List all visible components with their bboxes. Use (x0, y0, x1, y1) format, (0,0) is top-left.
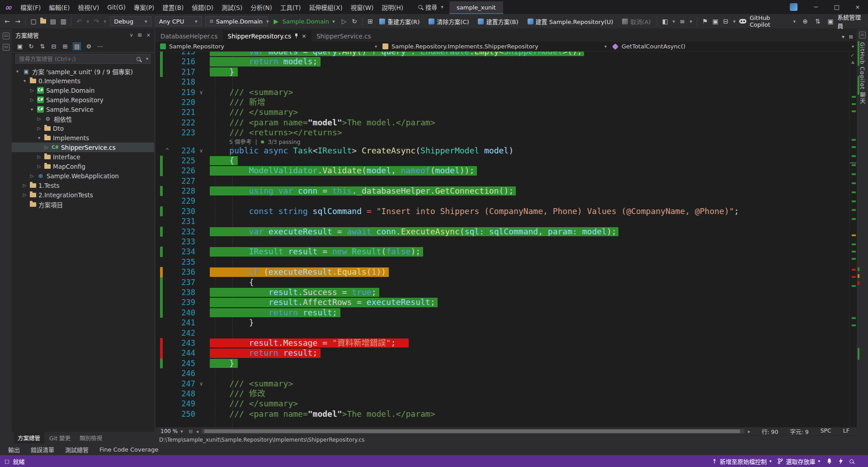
bottom-panel-tab-1[interactable]: 錯誤清單 (26, 445, 59, 454)
titlebar-search[interactable]: 搜尋 ▾ (414, 0, 448, 14)
code-line-240[interactable]: 240 return result; (156, 308, 849, 318)
chevron-down-icon[interactable]: ▾ (146, 56, 148, 61)
lightning-icon[interactable] (839, 458, 843, 464)
sync-with-active-document-icon[interactable]: ⇅ (39, 43, 46, 49)
menu-item-5[interactable]: 建置(B) (158, 0, 188, 14)
code-line-221[interactable]: 221 /// </summary> (156, 107, 849, 117)
code-line-223[interactable]: 223 /// <returns></returns> (156, 128, 849, 138)
tree-expander-icon[interactable]: ▷ (29, 173, 35, 178)
vertical-scrollbar[interactable]: ✓ ▲ (849, 52, 857, 427)
indentation-indicator[interactable]: SPC (821, 427, 831, 436)
notifications-icon[interactable] (859, 32, 866, 38)
code-line-219[interactable]: 219∨ /// <summary> (156, 87, 849, 97)
breakpoint-margin[interactable] (163, 348, 172, 358)
breakpoint-margin[interactable] (163, 57, 172, 67)
breadcrumb-segment-1[interactable]: Sample.Repository.Implements.ShipperRepo… (380, 42, 609, 51)
preview-selected-items-icon[interactable]: ▤ (73, 43, 81, 50)
close-icon[interactable]: × (302, 33, 307, 39)
tree-expander-icon[interactable]: ▷ (43, 145, 49, 150)
code-line-229[interactable]: 229 (156, 196, 849, 206)
bottom-panel-tab-2[interactable]: 測試總管 (61, 445, 93, 454)
code-line-230[interactable]: 230 const string sqlCommand = "Insert in… (156, 206, 849, 216)
breakpoint-margin[interactable] (163, 118, 172, 128)
bottom-panel-tab-0[interactable]: 輸出 (4, 445, 24, 454)
breakpoint-margin[interactable] (163, 176, 172, 186)
code-line-241[interactable]: 241 } (156, 318, 849, 328)
code-line-250[interactable]: 250 /// <param name="model">The model.</… (156, 409, 849, 419)
breakpoint-margin[interactable] (163, 247, 172, 257)
code-line-235[interactable]: 235 (156, 257, 849, 267)
tree-item[interactable]: 方案項目 (12, 200, 154, 209)
tree-item[interactable]: ▷C#ShipperService.cs (12, 143, 154, 152)
tree-expander-icon[interactable]: ▷ (36, 154, 42, 159)
breakpoint-margin[interactable] (163, 277, 172, 287)
code-line-249[interactable]: 249 /// </summary> (156, 399, 849, 409)
menu-item-4[interactable]: 專案(P) (130, 0, 159, 14)
breakpoint-margin[interactable] (163, 206, 172, 216)
menu-item-10[interactable]: 延伸模組(X) (305, 0, 347, 14)
document-tab-1[interactable]: ShipperRepository.cs× (223, 30, 311, 42)
undo-icon[interactable]: ↶ (75, 18, 83, 24)
tree-expander-icon[interactable]: ▷ (22, 192, 28, 197)
tree-item[interactable]: ▾0.Implements (12, 76, 154, 86)
breakpoint-margin[interactable] (163, 67, 172, 77)
tree-item[interactable]: ▾Implements (12, 133, 154, 143)
toolbar-build-button-3[interactable]: 建置 Sample.Repository(U) (525, 17, 616, 26)
codelens[interactable]: 5 個參考|●3/3 passing (156, 138, 849, 146)
toolbar-build-button-1[interactable]: 清除方案(C) (426, 17, 471, 26)
code-line-245[interactable]: 245 } (156, 358, 849, 368)
tree-expander-icon[interactable]: ▾ (36, 135, 42, 140)
tree-item[interactable]: ▷2.IntegrationTests (12, 190, 154, 200)
code-line-225[interactable]: 225 { (156, 156, 849, 166)
code-line-227[interactable]: 227 (156, 176, 849, 186)
start-debugging-button[interactable]: ▶ Sample.Domain ▾ (271, 18, 337, 25)
breadcrumb-segment-2[interactable]: GetTotalCountAsync()▾ (609, 42, 857, 51)
breakpoint-margin[interactable]: ^ (163, 146, 172, 156)
code-line-220[interactable]: 220 /// 新增 (156, 97, 849, 107)
menu-item-2[interactable]: 檢視(V) (74, 0, 103, 14)
breakpoint-margin[interactable] (163, 97, 172, 107)
breakpoint-margin[interactable] (163, 107, 172, 117)
code-line-243[interactable]: 243 result.Message = "資料新增錯誤"; (156, 338, 849, 348)
breakpoint-margin[interactable] (163, 399, 172, 409)
code-line-242[interactable]: 242 (156, 328, 849, 338)
scrollbar-thumb[interactable] (204, 429, 740, 433)
breakpoint-margin[interactable] (163, 77, 172, 87)
toolbar-build-button-2[interactable]: 建置方案(B) (476, 17, 520, 26)
scroll-left-icon[interactable]: ◂ (195, 429, 199, 434)
breakpoint-margin[interactable] (163, 196, 172, 206)
tree-item[interactable]: ▾C#Sample.Service (12, 105, 154, 114)
breakpoint-margin[interactable] (163, 128, 172, 138)
code-line-246[interactable]: 246 (156, 368, 849, 378)
code-line-248[interactable]: 248 /// 修改 (156, 389, 849, 399)
scroll-up-icon[interactable]: ▲ (851, 60, 854, 64)
breakpoint-margin[interactable] (163, 368, 172, 378)
platform-dropdown[interactable]: Any CPU ▾ (155, 16, 202, 26)
fold-icon[interactable]: ∨ (195, 379, 207, 389)
breakpoint-margin[interactable] (163, 257, 172, 267)
tree-expander-icon[interactable]: ▾ (29, 107, 35, 112)
magnifier-icon[interactable] (849, 459, 854, 463)
menu-item-11[interactable]: 視窗(W) (346, 0, 377, 14)
select-repository-button[interactable]: 選取存放庫 ▾ (778, 457, 820, 466)
server-explorer-icon[interactable] (3, 33, 9, 39)
column-chooser-icon[interactable]: ◧ (661, 18, 669, 24)
code-line-237[interactable]: 237 { (156, 277, 849, 287)
collapse-all-icon[interactable]: ⊟ (50, 43, 57, 49)
panel-tab-1[interactable]: Git 變更 (45, 432, 75, 443)
menu-item-6[interactable]: 偵錯(D) (188, 0, 217, 14)
close-icon[interactable]: × (146, 32, 151, 38)
breakpoint-margin[interactable] (163, 287, 172, 297)
refresh-icon[interactable]: ↻ (351, 18, 358, 24)
breakpoint-margin[interactable] (163, 216, 172, 226)
code-line-218[interactable]: 218 (156, 77, 849, 87)
code-line-226[interactable]: 226 ModelValidator.Validate(model, nameo… (156, 166, 849, 176)
bookmark-icon[interactable]: ⚑ (701, 18, 708, 24)
expand-all-icon[interactable]: ⊞ (61, 43, 69, 49)
breakpoint-margin[interactable] (163, 267, 172, 277)
code-line-222[interactable]: 222 /// <param name="model">The model.</… (156, 118, 849, 128)
horizontal-scrollbar[interactable] (202, 429, 745, 434)
breakpoint-margin[interactable] (163, 297, 172, 307)
attach-process-icon[interactable]: ⊞ (367, 18, 374, 24)
pin-icon[interactable] (294, 33, 298, 38)
